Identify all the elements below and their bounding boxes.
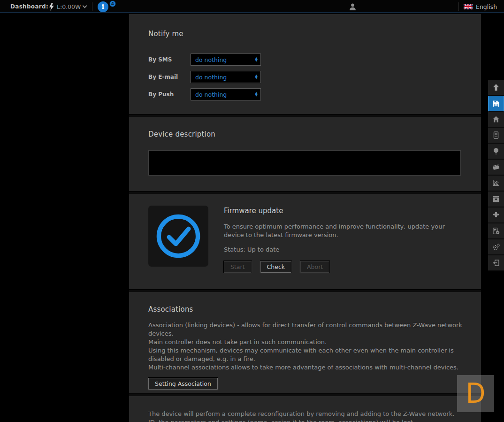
firmware-description: To ensure optimum performance and improv…: [224, 223, 461, 239]
firmware-status-tile: [148, 206, 208, 267]
setting-association-button[interactable]: Setting Association: [148, 378, 218, 390]
sms-label: By SMS: [148, 56, 191, 63]
action-sidebar: [488, 80, 504, 271]
scroll-top-button[interactable]: [488, 80, 504, 96]
camera-icon: [492, 163, 500, 171]
arrow-up-icon: [492, 84, 500, 91]
info-icon: i: [98, 1, 108, 12]
notify-row-email: By E-mail do nothing ▲▼: [148, 71, 461, 83]
associations-title: Associations: [148, 292, 461, 314]
home-icon: [492, 115, 500, 123]
lightning-icon: [48, 3, 54, 11]
gears-icon: [492, 243, 500, 251]
save-icon: [492, 100, 500, 107]
home-button[interactable]: [488, 112, 504, 128]
events-button[interactable]: [488, 223, 504, 239]
sms-select-value: do nothing: [195, 56, 255, 63]
notify-row-sms: By SMS do nothing ▲▼: [148, 54, 461, 66]
remote-icon: [492, 131, 500, 139]
notify-title: Notify me: [148, 14, 461, 38]
device-description-input[interactable]: [148, 150, 461, 176]
reconfiguration-text: The device will perform a complete recon…: [148, 396, 463, 422]
chart-icon: [492, 179, 500, 187]
email-label: By E-mail: [148, 74, 191, 80]
brand-logo-letter: D: [466, 380, 486, 407]
push-select[interactable]: do nothing ▲▼: [191, 88, 261, 100]
settings-button[interactable]: [488, 239, 504, 255]
user-icon: [349, 3, 357, 11]
device-check-icon: [492, 227, 500, 235]
chevron-down-icon: [83, 3, 87, 8]
select-arrows-icon: ▲▼: [255, 92, 258, 97]
select-arrows-icon: ▲▼: [255, 75, 258, 79]
statistics-button[interactable]: [488, 176, 504, 192]
device-description-title: Device description: [148, 117, 461, 138]
check-button[interactable]: Check: [260, 261, 291, 273]
notify-section: Notify me By SMS do nothing ▲▼ By E-mail…: [129, 14, 481, 114]
notifications-button[interactable]: i 4: [98, 0, 108, 13]
camera-button[interactable]: [488, 160, 504, 176]
reconfiguration-section: The device will perform a complete recon…: [129, 396, 481, 422]
sms-select[interactable]: do nothing ▲▼: [191, 54, 261, 66]
language-selector[interactable]: English: [464, 0, 497, 13]
power-dropdown[interactable]: L:0.00W: [48, 0, 86, 13]
bulb-icon: [492, 147, 500, 155]
puzzle-icon: [492, 211, 500, 219]
topbar-separator-right: [458, 2, 459, 11]
associations-line: Using this mechanism, devices may commun…: [148, 346, 463, 363]
push-label: By Push: [148, 91, 191, 98]
device-settings-panel: Notify me By SMS do nothing ▲▼ By E-mail…: [129, 14, 481, 422]
email-select-value: do nothing: [195, 74, 255, 81]
dashboard-label: Dashboard:: [10, 0, 48, 13]
associations-section: Associations Association (linking device…: [129, 292, 481, 393]
email-select[interactable]: do nothing ▲▼: [191, 71, 261, 83]
notification-badge: 4: [109, 0, 116, 7]
select-arrows-icon: ▲▼: [255, 57, 258, 62]
top-bar: Dashboard: L:0.00W i 4 English: [0, 0, 504, 13]
user-menu-button[interactable]: [349, 0, 357, 13]
associations-line: Multi-channel associations allows to tak…: [148, 363, 463, 372]
devices-button[interactable]: [488, 128, 504, 144]
brand-logo: D: [457, 375, 494, 412]
associations-description: Association (linking devices) - allows f…: [148, 321, 463, 372]
start-button[interactable]: Start: [224, 261, 252, 273]
associations-line: Association (linking devices) - allows f…: [148, 321, 463, 338]
inbox-icon: [492, 195, 500, 203]
save-button[interactable]: [488, 96, 504, 112]
check-circle-icon: [154, 212, 203, 261]
uk-flag-icon: [464, 4, 473, 9]
archive-button[interactable]: [488, 192, 504, 207]
notify-row-push: By Push do nothing ▲▼: [148, 88, 461, 100]
device-description-section: Device description: [129, 117, 481, 191]
abort-button[interactable]: Abort: [300, 261, 329, 273]
push-select-value: do nothing: [195, 91, 255, 98]
rooms-button[interactable]: [488, 144, 504, 160]
firmware-section: Firmware update To ensure optimum perfor…: [129, 194, 481, 289]
plugins-button[interactable]: [488, 207, 504, 223]
topbar-separator: [92, 2, 92, 11]
exit-button[interactable]: [488, 255, 504, 271]
power-value: L:0.00W: [57, 3, 81, 10]
associations-line: Main controller does not take part in su…: [148, 338, 463, 346]
exit-icon: [492, 259, 500, 267]
firmware-status: Status: Up to date: [224, 246, 461, 253]
firmware-title: Firmware update: [224, 207, 461, 215]
language-label: English: [476, 3, 497, 10]
